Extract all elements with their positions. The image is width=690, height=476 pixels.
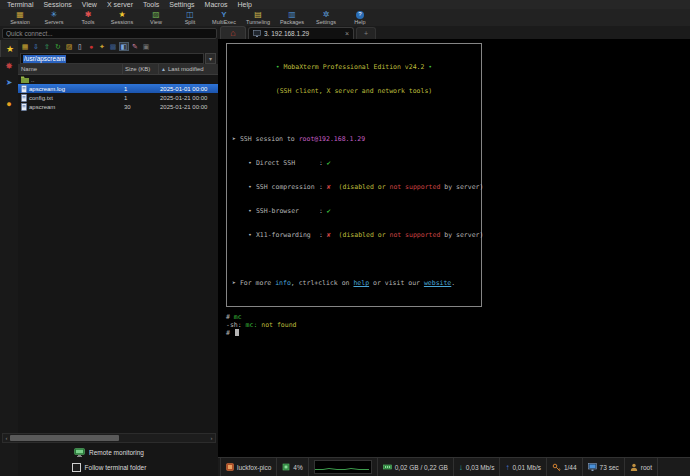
settings-button[interactable]: ✲ Settings bbox=[309, 9, 343, 26]
tunneling-button[interactable]: ▤ Tunneling bbox=[241, 9, 275, 26]
home-folder-icon[interactable]: ▦ bbox=[20, 42, 30, 51]
close-icon[interactable]: × bbox=[345, 30, 349, 37]
upload-label: 0,01 Mb/s bbox=[512, 464, 541, 471]
table-row-parent[interactable]: .. bbox=[18, 75, 218, 84]
host-label: luckfox-pico bbox=[237, 464, 271, 471]
sidebar-tab-tools[interactable]: ✸ bbox=[0, 57, 18, 74]
terminal[interactable]: • MobaXterm Professional Edition v24.2 •… bbox=[218, 39, 690, 458]
session-button[interactable]: ▦ Session bbox=[3, 9, 37, 26]
multiexec-button[interactable]: Y MultiExec bbox=[207, 9, 241, 26]
help-link[interactable]: help bbox=[353, 279, 369, 287]
key-icon bbox=[552, 463, 561, 472]
status-uptime: 73 sec bbox=[583, 458, 625, 476]
follow-terminal-folder-label: Follow terminal folder bbox=[85, 464, 147, 471]
remote-monitoring-button[interactable]: Remote monitoring bbox=[0, 448, 218, 457]
scroll-left-arrow[interactable]: ‹ bbox=[3, 435, 10, 441]
status-user: root bbox=[625, 458, 658, 476]
open-folder-icon[interactable]: ▨ bbox=[64, 42, 74, 51]
website-link[interactable]: website bbox=[424, 279, 451, 287]
sidebar-tab-sessions[interactable]: ★ bbox=[0, 40, 19, 57]
menu-terminal[interactable]: Terminal bbox=[2, 0, 38, 9]
scrollbar-track[interactable] bbox=[10, 435, 208, 441]
info-link[interactable]: info bbox=[275, 279, 291, 287]
hidden-files-icon[interactable]: ▩ bbox=[108, 42, 118, 51]
follow-terminal-folder-checkbox[interactable]: Follow terminal folder bbox=[0, 463, 218, 472]
home-icon: ⌂ bbox=[230, 28, 235, 38]
servers-label: Servers bbox=[45, 19, 64, 25]
settings-label: Settings bbox=[316, 19, 336, 25]
banner-title: • MobaXterm Professional Edition v24.2 • bbox=[232, 63, 476, 71]
help-button[interactable]: ? Help bbox=[343, 9, 377, 26]
menu-sessions[interactable]: Sessions bbox=[38, 0, 76, 9]
wrench-icon[interactable]: ✦ bbox=[97, 42, 107, 51]
servers-icon: ✳ bbox=[51, 10, 58, 19]
session-host: root@192.168.1.29 bbox=[299, 135, 366, 143]
plus-icon: + bbox=[364, 30, 368, 37]
tools-button[interactable]: ✱ Tools bbox=[71, 9, 105, 26]
file-size: 1 bbox=[122, 84, 158, 93]
menu-xserver[interactable]: X server bbox=[102, 0, 138, 9]
stop-icon[interactable]: ● bbox=[86, 42, 96, 51]
table-row-apscream-log[interactable]: apscream.log 1 2025-01-01 00:00 bbox=[18, 84, 218, 93]
packages-button[interactable]: ▥ Packages bbox=[275, 9, 309, 26]
tools-icon: ✱ bbox=[85, 10, 92, 19]
download-icon[interactable]: ⇩ bbox=[31, 42, 41, 51]
session-label: Session bbox=[10, 19, 30, 25]
host-icon bbox=[226, 463, 234, 471]
user-label: root bbox=[641, 464, 652, 471]
help-label: Help bbox=[354, 19, 365, 25]
column-header-modified[interactable]: ▲ Last modified bbox=[158, 64, 218, 74]
ssh-session-tab[interactable]: 3. 192.168.1.29 × bbox=[248, 27, 354, 39]
sidebar-buy-button[interactable]: ● bbox=[0, 91, 18, 108]
status-cpu: 4% bbox=[277, 458, 308, 476]
path-input[interactable]: /usr/apscream bbox=[20, 53, 204, 64]
note-text: (disabled or bbox=[339, 183, 390, 191]
menu-settings[interactable]: Settings bbox=[164, 0, 199, 9]
table-row-apscream[interactable]: apscream 30 2025-01-21 00:00 bbox=[18, 102, 218, 111]
sessions-button[interactable]: ★ Sessions bbox=[105, 9, 139, 26]
monitor-icon bbox=[588, 463, 597, 471]
uptime-label: 73 sec bbox=[600, 464, 619, 471]
scrollbar-thumb[interactable] bbox=[10, 435, 119, 441]
view-button[interactable]: ▨ View bbox=[139, 9, 173, 26]
split-button[interactable]: ◫ Split bbox=[173, 9, 207, 26]
servers-button[interactable]: ✳ Servers bbox=[37, 9, 71, 26]
tunneling-icon: ▤ bbox=[254, 10, 262, 19]
path-dropdown-button[interactable]: ▾ bbox=[205, 53, 216, 64]
status-host: luckfox-pico bbox=[220, 458, 277, 476]
terminal-region: ⌂ 3. 192.168.1.29 × + • MobaXterm Profes… bbox=[218, 26, 690, 476]
coin-icon: ● bbox=[6, 99, 11, 109]
new-file-icon[interactable]: ▯ bbox=[75, 42, 85, 51]
menu-view[interactable]: View bbox=[77, 0, 102, 9]
multiexec-label: MultiExec bbox=[212, 19, 236, 25]
menu-help[interactable]: Help bbox=[233, 0, 257, 9]
arrow-bullet-icon: ➤ bbox=[232, 279, 236, 287]
note-text: not supported bbox=[389, 231, 440, 239]
panel-view-icon[interactable]: ◧ bbox=[119, 42, 129, 51]
refresh-icon[interactable]: ↻ bbox=[53, 42, 63, 51]
file-icon bbox=[21, 94, 27, 102]
folder-up-icon bbox=[21, 76, 29, 83]
horizontal-scrollbar[interactable]: ‹ › bbox=[2, 433, 216, 443]
sidebar-tab-macros[interactable]: ➤ bbox=[0, 74, 18, 91]
new-tab-button[interactable]: + bbox=[356, 27, 376, 39]
note-text: by server) bbox=[440, 183, 483, 191]
multiexec-icon: Y bbox=[221, 10, 226, 19]
download-arrow-icon: ↓ bbox=[459, 463, 463, 472]
home-tab[interactable]: ⌂ bbox=[220, 26, 246, 39]
session-text: SSH session to bbox=[240, 135, 295, 143]
scroll-right-arrow[interactable]: › bbox=[208, 435, 215, 441]
note-text: (disabled or bbox=[339, 231, 390, 239]
banner-x11-forwarding: •X11-forwarding:✘ (disabled or not suppo… bbox=[232, 231, 476, 239]
table-row-config-txt[interactable]: config.txt 1 2025-01-21 00:00 bbox=[18, 93, 218, 102]
path-row: /usr/apscream ▾ bbox=[18, 53, 218, 64]
menu-tools[interactable]: Tools bbox=[138, 0, 164, 9]
column-header-name[interactable]: Name bbox=[18, 66, 122, 72]
upload-icon[interactable]: ⇧ bbox=[42, 42, 52, 51]
edit-icon[interactable]: ✎ bbox=[130, 42, 140, 51]
sync-icon[interactable]: ▣ bbox=[141, 42, 151, 51]
column-header-size[interactable]: Size (KB) bbox=[122, 64, 158, 74]
shuriken-icon: ✸ bbox=[5, 61, 13, 71]
menu-macros[interactable]: Macros bbox=[200, 0, 233, 9]
quick-connect-input[interactable] bbox=[2, 28, 217, 39]
